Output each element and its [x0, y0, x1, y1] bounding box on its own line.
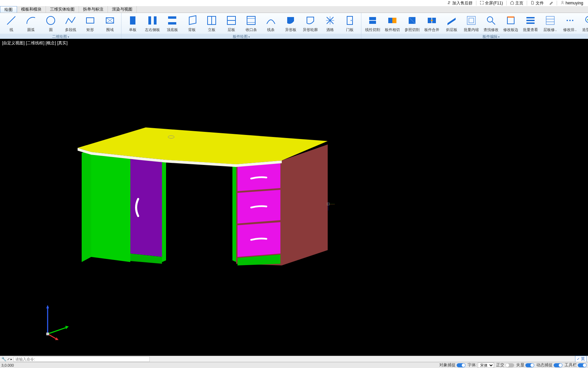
coordinates: 3,0.000	[1, 363, 14, 367]
svg-point-1	[449, 1, 450, 2]
tab-split-annotate[interactable]: 拆单与标注	[79, 6, 108, 13]
wine-icon	[324, 14, 336, 27]
svg-rect-11	[154, 16, 157, 25]
panel-single-icon	[127, 14, 139, 27]
svg-point-26	[351, 20, 352, 21]
tool-line[interactable]: 线	[1, 14, 21, 33]
tool-cut-tan[interactable]: 板件相切	[382, 14, 402, 33]
svg-rect-9	[130, 16, 135, 25]
ribbon-group-2d: 线圆弧圆多段线矩形围域 二维绘图	[0, 13, 121, 39]
tool-check[interactable]: 造型检查	[580, 14, 588, 33]
tool-outline-odd[interactable]: 异形轮廓	[300, 14, 320, 33]
tool-label: 修改板边	[503, 27, 518, 32]
toolbar-toggle[interactable]	[578, 363, 587, 367]
tool-batch-in[interactable]: 批量内缩	[461, 14, 481, 33]
cmdbar-handle[interactable]: 🔧 ⤢ ▸	[0, 357, 14, 362]
expand-icon: ⤢	[7, 357, 10, 361]
tool-wine[interactable]: 酒格	[320, 14, 340, 33]
svg-marker-56	[130, 157, 162, 257]
tab-render-view[interactable]: 渲染与视图	[108, 6, 137, 13]
tool-region[interactable]: 围域	[100, 14, 120, 33]
tool-cut-ref[interactable]: 参照切割	[402, 14, 422, 33]
font-select[interactable]: 宋体	[478, 363, 494, 368]
tab-draw[interactable]: 绘图	[0, 6, 17, 13]
tool-panel-trim[interactable]: 收口条	[241, 14, 261, 33]
svg-point-48	[569, 20, 571, 21]
svg-marker-78	[65, 326, 69, 329]
tool-label: 线	[10, 27, 13, 32]
menu-bar: 绘图 模板和模块 三维实体绘图 拆单与标注 渲染与视图	[0, 6, 588, 13]
tool-panel-tb[interactable]: 顶底板	[162, 14, 182, 33]
shelf-fix-icon	[544, 14, 556, 27]
edit-button[interactable]	[547, 0, 555, 6]
user-icon	[560, 1, 565, 6]
tool-panel-single[interactable]: 单板	[123, 14, 143, 33]
tool-label: 异形轮廓	[303, 27, 318, 32]
batch-view-icon	[524, 14, 537, 27]
ime-badge[interactable]: ✓ 英	[575, 356, 587, 362]
ortho-toggle[interactable]	[505, 363, 514, 367]
panel-back-icon	[186, 14, 198, 27]
cursor-crosshair	[327, 202, 335, 211]
svg-marker-64	[162, 162, 236, 264]
desk-3d-model[interactable]	[78, 127, 329, 271]
tool-door[interactable]: 门板	[340, 14, 360, 33]
svg-point-2	[562, 1, 564, 3]
tool-panel-odd[interactable]: 异形板	[281, 14, 300, 33]
tool-panel-shelf[interactable]: 层板	[222, 14, 241, 33]
status-dyn[interactable]: 动态捕捉	[536, 362, 562, 368]
status-toolbar[interactable]: 工具栏	[565, 362, 587, 368]
status-font[interactable]: 字体: 宋体	[468, 362, 494, 368]
tool-rect[interactable]: 矩形	[80, 14, 100, 33]
tool-cut-lin[interactable]: 线性切割	[363, 14, 382, 33]
file-button[interactable]: 文件	[528, 0, 546, 6]
dyn-toggle[interactable]	[554, 363, 562, 367]
expand-icon	[480, 1, 484, 6]
svg-line-3	[7, 16, 15, 25]
tool-merge[interactable]: 板件合并	[422, 14, 442, 33]
tab-3d-draw[interactable]: 三维实体绘图	[46, 6, 79, 13]
svg-point-49	[572, 20, 573, 21]
svg-point-47	[567, 20, 568, 21]
viewport-label[interactable]: [自定义视图] [二维线框] [概念] [真实]	[2, 40, 68, 46]
tool-edit-row[interactable]: 修改排..	[560, 14, 580, 33]
tool-label: 线性切割	[365, 27, 380, 32]
user-button[interactable]: hemuying	[558, 0, 585, 6]
svg-marker-76	[46, 305, 49, 308]
overlap-toggle[interactable]	[525, 363, 534, 367]
viewport[interactable]: [自定义视图] [二维线框] [概念] [真实]	[0, 39, 588, 356]
tool-batch-view[interactable]: 批量查看	[521, 14, 540, 33]
tool-panel-stand[interactable]: 立板	[202, 14, 222, 33]
svg-rect-29	[388, 18, 392, 23]
tool-arc[interactable]: 圆弧	[21, 14, 41, 33]
svg-marker-55	[91, 152, 130, 262]
join-group-button[interactable]: 加入售后群	[445, 0, 475, 6]
status-ortho[interactable]: 正交	[496, 362, 514, 368]
tool-label: 酒格	[326, 27, 334, 32]
tool-panel-back[interactable]: 背板	[182, 14, 202, 33]
line-icon	[5, 14, 17, 27]
tool-line2[interactable]: 线条	[261, 14, 281, 33]
fullscreen-button[interactable]: 全屏(F11)	[478, 0, 505, 6]
svg-marker-53	[282, 144, 328, 265]
panel-trim-icon	[245, 14, 257, 27]
snap-toggle[interactable]	[457, 363, 466, 367]
svg-marker-65	[162, 162, 166, 262]
command-input[interactable]	[14, 356, 150, 362]
status-overlap[interactable]: 夹显	[516, 362, 534, 368]
svg-rect-18	[247, 16, 255, 25]
tool-diag[interactable]: 斜层板	[442, 14, 461, 33]
merge-icon	[426, 14, 438, 27]
tool-panel-lr[interactable]: 左右侧板	[143, 14, 162, 33]
axis-gizmo[interactable]	[41, 303, 71, 341]
tool-circle[interactable]: 圆	[41, 14, 61, 33]
status-snap[interactable]: 对象捕捉	[439, 362, 466, 368]
tool-polyline[interactable]: 多段线	[61, 14, 80, 33]
tab-templates[interactable]: 模板和模块	[17, 6, 46, 13]
tool-shelf-fix[interactable]: 层板修..	[540, 14, 560, 33]
home-button[interactable]: 主页	[508, 0, 525, 6]
tool-find[interactable]: 查找修改	[481, 14, 501, 33]
tool-label: 斜层板	[446, 27, 457, 32]
cut-lin-icon	[366, 14, 379, 27]
tool-edit-edge[interactable]: 修改板边	[501, 14, 521, 33]
